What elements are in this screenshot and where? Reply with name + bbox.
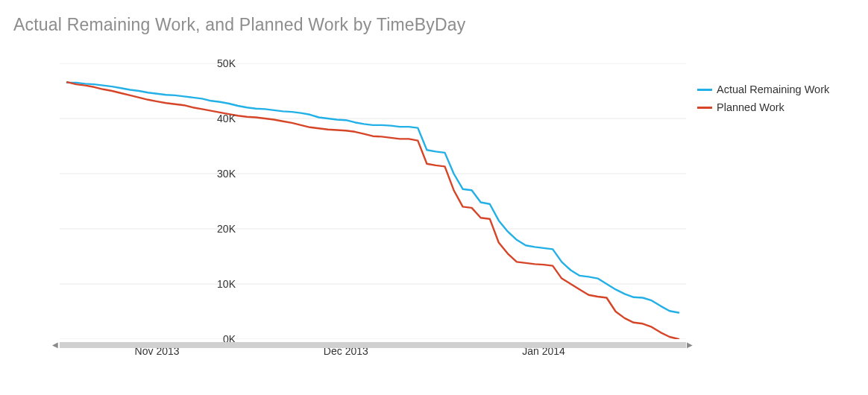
legend: Actual Remaining Work Planned Work bbox=[697, 80, 829, 116]
y-tick-label: 40K bbox=[191, 113, 236, 124]
x-scroll-track[interactable] bbox=[60, 342, 686, 348]
plot-area bbox=[60, 63, 686, 339]
y-tick-label: 20K bbox=[191, 223, 236, 235]
legend-item-actual: Actual Remaining Work bbox=[697, 80, 829, 98]
legend-label: Actual Remaining Work bbox=[717, 83, 829, 95]
y-tick-label: 10K bbox=[191, 278, 236, 290]
chart-container: Actual Remaining Work, and Planned Work … bbox=[0, 0, 868, 395]
legend-item-planned: Planned Work bbox=[697, 98, 829, 116]
y-tick-label: 50K bbox=[191, 57, 236, 69]
legend-swatch-planned bbox=[697, 107, 712, 109]
y-tick-label: 30K bbox=[191, 168, 236, 180]
chart-title: Actual Remaining Work, and Planned Work … bbox=[13, 15, 466, 35]
scroll-right-arrow-icon[interactable]: ▶ bbox=[687, 341, 694, 349]
legend-swatch-actual bbox=[697, 89, 712, 91]
scroll-left-arrow-icon[interactable]: ◀ bbox=[52, 341, 60, 349]
legend-label: Planned Work bbox=[717, 101, 784, 113]
